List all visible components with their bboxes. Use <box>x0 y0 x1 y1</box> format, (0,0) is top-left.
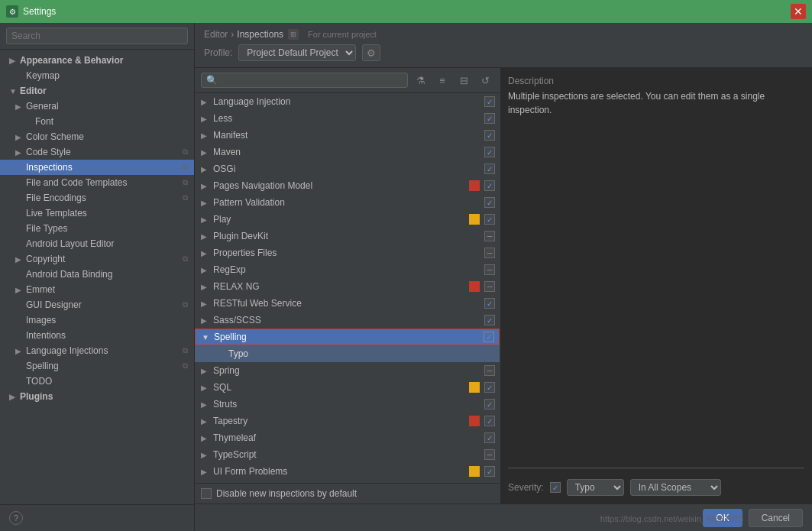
insp-item-ui-form[interactable]: ▶ UI Form Problems <box>195 463 500 480</box>
check-box[interactable] <box>484 130 495 141</box>
sidebar-item-spelling[interactable]: Spelling ⧉ <box>0 358 194 374</box>
check-box[interactable] <box>484 466 495 477</box>
check-box[interactable] <box>484 147 495 157</box>
sidebar-item-file-code-templates[interactable]: File and Code Templates ⧉ <box>0 175 194 190</box>
insp-item-sass-scss[interactable]: ▶ Sass/SCSS <box>195 312 500 329</box>
sidebar-item-intentions[interactable]: Intentions <box>0 328 194 343</box>
insp-item-spelling[interactable]: ▼ Spelling <box>195 329 500 345</box>
insp-item-sql[interactable]: ▶ SQL <box>195 379 500 396</box>
sidebar-item-editor[interactable]: ▼ Editor <box>0 83 194 99</box>
sidebar-item-code-style[interactable]: ▶ Code Style ⧉ <box>0 144 194 160</box>
check-box[interactable] <box>484 382 495 393</box>
check-box[interactable] <box>484 214 495 225</box>
description-text: Multiple inspections are selected. You c… <box>508 89 804 117</box>
insp-item-typescript[interactable]: ▶ TypeScript <box>195 446 500 463</box>
check-box[interactable] <box>484 180 495 191</box>
insp-name: Properties Files <box>213 248 466 258</box>
check-box[interactable] <box>484 197 495 208</box>
reset-button[interactable]: ↺ <box>477 73 493 88</box>
check-box[interactable] <box>484 248 495 258</box>
check-box[interactable] <box>484 231 495 241</box>
insp-item-manifest[interactable]: ▶ Manifest <box>195 127 500 144</box>
insp-item-less[interactable]: ▶ Less <box>195 110 500 127</box>
insp-item-pattern-validation[interactable]: ▶ Pattern Validation <box>195 194 500 211</box>
check-box[interactable] <box>484 264 495 275</box>
sidebar-item-android-layout-editor[interactable]: Android Layout Editor <box>0 236 194 251</box>
check-box[interactable] <box>484 432 495 443</box>
sidebar: ▶ Appearance & Behavior Keymap ▼ Editor … <box>0 23 195 531</box>
severity-type-select[interactable]: Typo <box>567 479 624 496</box>
insp-item-regexp[interactable]: ▶ RegExp <box>195 261 500 278</box>
sidebar-item-copyright[interactable]: ▶ Copyright ⧉ <box>0 251 194 267</box>
sidebar-item-general[interactable]: ▶ General <box>0 99 194 114</box>
sidebar-item-keymap[interactable]: Keymap <box>0 68 194 83</box>
insp-item-plugin-devkit[interactable]: ▶ Plugin DevKit <box>195 228 500 244</box>
check-box[interactable] <box>484 399 495 410</box>
disable-label: Disable new inspections by default <box>216 488 357 499</box>
color-indicator <box>469 113 480 124</box>
severity-check[interactable] <box>550 482 561 493</box>
disable-checkbox[interactable] <box>201 488 212 499</box>
severity-scope-select[interactable]: In All Scopes <box>630 479 721 496</box>
insp-item-thymeleaf[interactable]: ▶ Thymeleaf <box>195 429 500 446</box>
profile-settings-button[interactable]: ⚙ <box>362 44 380 61</box>
sidebar-item-appearance[interactable]: ▶ Appearance & Behavior <box>0 53 194 68</box>
insp-name: UI Form Problems <box>213 466 466 477</box>
insp-item-tapestry[interactable]: ▶ Tapestry <box>195 413 500 429</box>
collapse-all-button[interactable]: ⊟ <box>455 73 472 88</box>
check-box[interactable] <box>484 281 495 292</box>
sidebar-item-todo[interactable]: TODO <box>0 374 194 389</box>
color-indicator <box>469 231 480 241</box>
insp-item-relax-ng[interactable]: ▶ RELAX NG <box>195 278 500 295</box>
insp-item-struts[interactable]: ▶ Struts <box>195 396 500 413</box>
color-indicator <box>469 96 480 107</box>
check-box[interactable] <box>484 332 494 342</box>
sidebar-item-inspections[interactable]: Inspections ⧉ <box>0 160 194 175</box>
check-box[interactable] <box>484 298 495 309</box>
insp-item-maven[interactable]: ▶ Maven <box>195 144 500 160</box>
sidebar-search-input[interactable] <box>6 28 188 44</box>
sidebar-item-gui-designer[interactable]: GUI Designer ⧉ <box>0 297 194 312</box>
insp-item-play[interactable]: ▶ Play <box>195 211 500 228</box>
insp-item-typo[interactable]: Typo <box>195 345 500 362</box>
inspections-search-input[interactable] <box>201 73 408 88</box>
expand-all-button[interactable]: ≡ <box>434 73 451 88</box>
insp-item-spring[interactable]: ▶ Spring <box>195 362 500 379</box>
close-button[interactable]: ✕ <box>791 4 806 19</box>
sidebar-item-font[interactable]: Font <box>0 114 194 129</box>
check-box[interactable] <box>484 416 495 426</box>
cancel-button[interactable]: Cancel <box>749 509 803 527</box>
sidebar-item-file-encodings[interactable]: File Encodings ⧉ <box>0 190 194 206</box>
sidebar-item-live-templates[interactable]: Live Templates <box>0 206 194 221</box>
check-box[interactable] <box>484 113 495 124</box>
color-indicator <box>469 416 480 426</box>
check-box[interactable] <box>484 315 495 325</box>
insp-item-properties-files[interactable]: ▶ Properties Files <box>195 244 500 261</box>
check-box[interactable] <box>484 96 495 107</box>
insp-item-pages-nav[interactable]: ▶ Pages Navigation Model <box>195 177 500 194</box>
profile-select[interactable]: Project Default Project <box>238 44 356 61</box>
help-button[interactable]: ? <box>9 511 23 525</box>
project-indicator: ⊞ <box>288 29 299 40</box>
insp-item-lang-injection[interactable]: ▶ Language Injection <box>195 93 500 110</box>
sidebar-item-plugins[interactable]: ▶ Plugins <box>0 389 194 404</box>
sidebar-item-color-scheme[interactable]: ▶ Color Scheme <box>0 129 194 144</box>
sidebar-item-label: Editor <box>20 86 47 96</box>
insp-name: Manifest <box>213 130 466 141</box>
sidebar-item-images[interactable]: Images <box>0 312 194 328</box>
insp-arrow: ▶ <box>201 249 210 257</box>
check-box[interactable] <box>484 164 495 174</box>
color-indicator <box>469 281 480 292</box>
sidebar-item-language-injections[interactable]: ▶ Language Injections ⧉ <box>0 343 194 358</box>
sidebar-item-emmet[interactable]: ▶ Emmet <box>0 282 194 297</box>
check-box[interactable] <box>484 365 495 376</box>
insp-item-osgi[interactable]: ▶ OSGi <box>195 160 500 177</box>
sidebar-item-file-types[interactable]: File Types <box>0 221 194 236</box>
filter-button[interactable]: ⚗ <box>412 73 429 88</box>
sidebar-tree: ▶ Appearance & Behavior Keymap ▼ Editor … <box>0 50 194 504</box>
severity-row: Severity: Typo In All Scopes <box>508 474 804 496</box>
insp-item-restful-web[interactable]: ▶ RESTful Web Service <box>195 295 500 312</box>
insp-name: Less <box>213 113 466 124</box>
check-box[interactable] <box>484 449 495 460</box>
sidebar-item-android-data-binding[interactable]: Android Data Binding <box>0 267 194 282</box>
